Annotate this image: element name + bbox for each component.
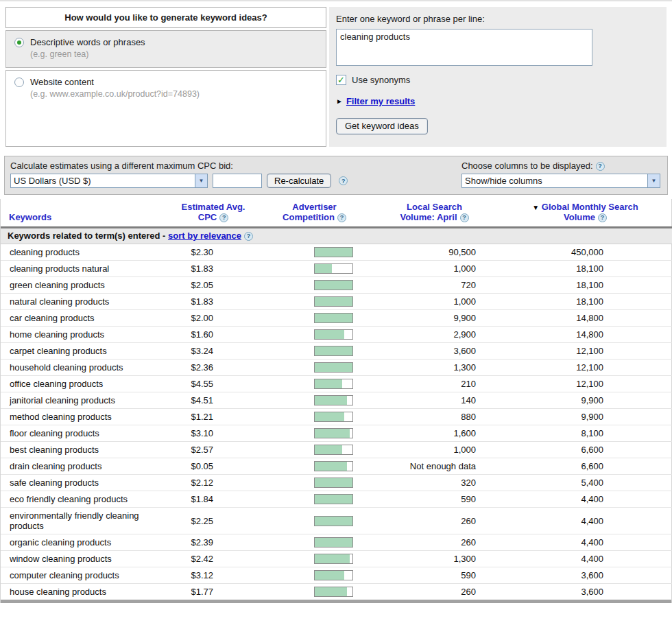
competition-bar-fill	[315, 495, 352, 504]
competition-bar	[314, 346, 353, 356]
cpc-cell: $2.00	[169, 310, 258, 327]
competition-bar-fill	[315, 346, 352, 355]
table-row: computer cleaning products$3.125903,600	[1, 567, 672, 584]
sort-direction-icon: ▼	[532, 204, 539, 211]
local-volume-cell: 2,900	[371, 327, 498, 343]
cpc-controls: Calculate estimates using a different ma…	[10, 161, 348, 188]
option-website-hint: (e.g. www.example.co.uk/product?id=74893…	[30, 89, 319, 99]
table-row: home cleaning products$1.602,90014,800	[1, 327, 672, 343]
competition-cell	[258, 294, 371, 310]
table-row: drain cleaning products$0.05Not enough d…	[1, 458, 672, 475]
competition-bar-fill	[315, 412, 344, 421]
global-volume-cell: 3,600	[498, 584, 672, 600]
global-volume-cell: 12,100	[498, 343, 672, 360]
generate-ideas-title: How would you like to generate keyword i…	[5, 7, 326, 28]
table-row: organic cleaning products$2.392604,400	[1, 534, 672, 551]
cpc-bid-label: Calculate estimates using a different ma…	[10, 161, 348, 174]
columns-controls: Choose columns to be displayed:? Show/hi…	[461, 161, 660, 188]
global-volume-cell: 6,600	[498, 458, 672, 475]
select-arrow-icon: ▼	[647, 174, 660, 187]
competition-cell	[258, 508, 371, 534]
currency-selected-value: US Dollars (USD $)	[11, 176, 195, 186]
competition-bar	[314, 537, 353, 547]
radio-website-content[interactable]	[14, 78, 24, 87]
global-volume-cell: 14,800	[498, 310, 672, 327]
option-descriptive-hint: (e.g. green tea)	[30, 49, 319, 59]
competition-bar	[314, 516, 353, 526]
use-synonyms-checkbox[interactable]: ✓	[336, 75, 346, 85]
competition-bar-fill	[315, 281, 352, 290]
filter-my-results-link[interactable]: Filter my results	[346, 96, 415, 106]
generate-ideas-panel: How would you like to generate keyword i…	[5, 7, 326, 147]
competition-bar	[314, 445, 353, 455]
competition-bar	[314, 329, 353, 340]
global-volume-cell: 9,900	[498, 409, 672, 425]
choose-columns-label: Choose columns to be displayed:?	[461, 161, 660, 174]
recalculate-button[interactable]: Re-calculate	[267, 174, 331, 188]
top-section: How would you like to generate keyword i…	[0, 1, 672, 147]
cpc-cell: $2.36	[169, 360, 258, 376]
local-volume-cell: 1,000	[371, 442, 498, 458]
column-header-local-search-volume[interactable]: Local Search Volume: April?	[371, 199, 498, 228]
competition-cell	[258, 392, 371, 409]
filter-expand-icon[interactable]: ►	[336, 97, 343, 105]
keywords-header-label: Keywords	[9, 212, 51, 222]
global-volume-cell: 6,600	[498, 442, 672, 458]
global-volume-cell: 4,400	[498, 551, 672, 567]
cpc-cell: $2.42	[169, 551, 258, 567]
table-row: window cleaning products$2.421,3004,400	[1, 551, 672, 567]
keyword-cell: window cleaning products	[1, 551, 169, 567]
get-keyword-ideas-button[interactable]: Get keyword ideas	[336, 118, 428, 134]
columns-help-icon[interactable]: ?	[596, 162, 605, 171]
show-hide-columns-select[interactable]: Show/hide columns ▼	[461, 174, 660, 188]
cpc-cell: $2.12	[169, 475, 258, 491]
competition-bar	[314, 379, 353, 389]
competition-cell	[258, 491, 371, 508]
competition-bar-fill	[315, 363, 352, 372]
competition-bar-fill	[315, 379, 342, 388]
cpc-bid-input[interactable]	[213, 174, 262, 188]
global-volume-column-help-icon[interactable]: ?	[598, 213, 607, 222]
cpc-cell: $2.05	[169, 277, 258, 294]
table-row: method cleaning products$1.218809,900	[1, 409, 672, 425]
option-descriptive-words[interactable]: Descriptive words or phrases (e.g. green…	[5, 30, 326, 68]
keyword-cell: best cleaning products	[1, 442, 169, 458]
keyword-input-panel: Enter one keyword or phrase per line: cl…	[329, 7, 667, 147]
cpc-cell: $1.60	[169, 327, 258, 343]
competition-cell	[258, 343, 371, 360]
keyword-cell: safe cleaning products	[1, 475, 169, 491]
local-volume-column-help-icon[interactable]: ?	[460, 213, 469, 222]
competition-cell	[258, 376, 371, 392]
keyword-cell: floor cleaning products	[1, 425, 169, 442]
table-row: eco friendly cleaning products$1.845904,…	[1, 491, 672, 508]
relevance-help-icon[interactable]: ?	[244, 232, 253, 241]
global-volume-cell: 12,100	[498, 376, 672, 392]
column-header-estimated-avg-cpc[interactable]: Estimated Avg. CPC?	[169, 199, 258, 228]
column-header-keywords[interactable]: Keywords	[1, 199, 169, 228]
competition-bar-fill	[315, 396, 347, 405]
cpc-column-help-icon[interactable]: ?	[219, 213, 228, 222]
global-volume-cell: 5,400	[498, 475, 672, 491]
global-volume-cell: 3,600	[498, 567, 672, 584]
competition-bar	[314, 263, 353, 274]
column-header-advertiser-competition[interactable]: Advertiser Competition?	[258, 199, 371, 228]
option-website-content[interactable]: Website content (e.g. www.example.co.uk/…	[5, 70, 326, 147]
competition-cell	[258, 360, 371, 376]
radio-descriptive-words[interactable]	[14, 38, 24, 47]
competition-bar-fill	[315, 429, 350, 438]
table-header-row: Keywords Estimated Avg. CPC? Advertiser …	[1, 199, 672, 228]
sort-by-relevance-link[interactable]: sort by relevance	[168, 231, 241, 241]
column-header-global-monthly-search-volume[interactable]: ▼ Global Monthly Search Volume?	[498, 199, 672, 228]
keyword-textarea[interactable]: cleaning products	[336, 29, 592, 66]
currency-select[interactable]: US Dollars (USD $) ▼	[10, 174, 208, 188]
competition-bar	[314, 362, 353, 373]
competition-cell	[258, 277, 371, 294]
local-volume-cell: 1,300	[371, 551, 498, 567]
competition-cell	[258, 409, 371, 425]
cpc-help-icon[interactable]: ?	[339, 176, 348, 185]
keyword-cell: organic cleaning products	[1, 534, 169, 551]
competition-column-help-icon[interactable]: ?	[337, 213, 346, 222]
local-volume-cell: 9,900	[371, 310, 498, 327]
competition-bar	[314, 428, 353, 438]
global-volume-cell: 4,400	[498, 534, 672, 551]
